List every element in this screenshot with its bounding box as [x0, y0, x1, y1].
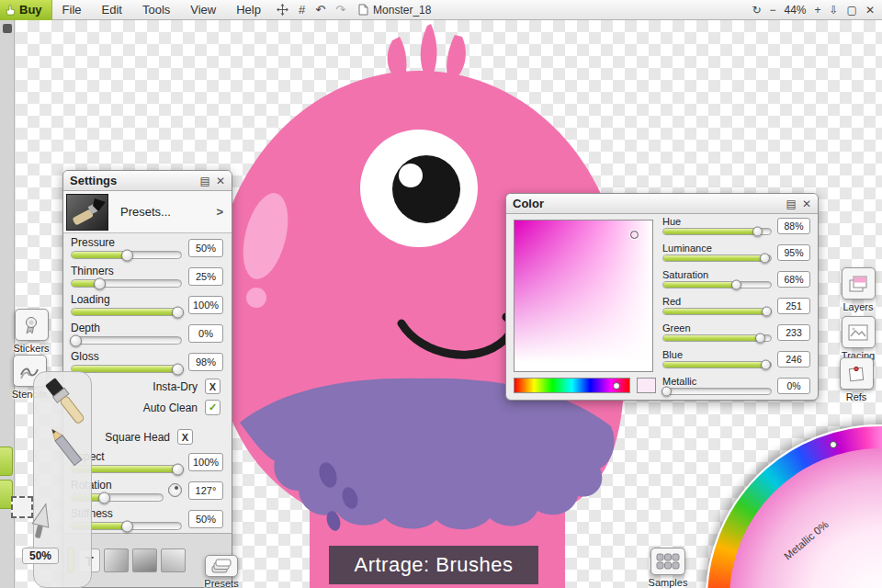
stickers-button[interactable]: [15, 309, 49, 341]
slider-knob[interactable]: [731, 280, 741, 290]
zoom-out-button[interactable]: −: [769, 4, 775, 17]
collapsed-panel-icon[interactable]: [3, 24, 12, 33]
loading-slider[interactable]: [71, 308, 182, 316]
hue-value[interactable]: 88%: [777, 218, 810, 234]
color-close-icon[interactable]: ✕: [802, 198, 811, 210]
gloss-slider[interactable]: [71, 365, 182, 373]
slider-knob[interactable]: [121, 520, 133, 532]
hue-bar[interactable]: [514, 378, 630, 393]
slider-knob[interactable]: [755, 334, 765, 344]
stiffness-value[interactable]: 50%: [188, 510, 223, 528]
slider-knob[interactable]: [662, 387, 672, 397]
palette-knife-tool[interactable]: [28, 502, 55, 542]
redo-icon[interactable]: ↷: [335, 3, 345, 17]
green-value[interactable]: 233: [777, 324, 810, 341]
slider-knob[interactable]: [70, 334, 82, 346]
rotation-dial[interactable]: [168, 483, 182, 497]
slider-knob[interactable]: [761, 360, 771, 370]
window-mode-icon[interactable]: ▢: [847, 4, 857, 17]
samples-button[interactable]: [650, 548, 685, 575]
slider-knob[interactable]: [752, 227, 763, 237]
slider-knob[interactable]: [172, 306, 184, 318]
settings-panel-header[interactable]: Settings ▤ ✕: [63, 171, 232, 191]
pressure-row: Pressure 50%: [63, 233, 232, 262]
menu-help[interactable]: Help: [226, 0, 271, 19]
document-chip[interactable]: Monster_18: [358, 4, 431, 17]
settings-close-icon[interactable]: ✕: [216, 175, 225, 187]
metallic-slider[interactable]: [662, 388, 772, 395]
hue-slider[interactable]: [662, 228, 772, 235]
slider-knob[interactable]: [98, 492, 110, 503]
slider-knob[interactable]: [172, 363, 184, 375]
pressure-slider[interactable]: [71, 251, 182, 259]
gloss-label: Gloss: [71, 350, 182, 363]
refs-button[interactable]: [840, 357, 874, 390]
panel-menu-icon[interactable]: ▤: [200, 175, 210, 187]
preset-thumbnail[interactable]: [161, 548, 186, 572]
loading-value[interactable]: 100%: [188, 296, 223, 314]
depth-slider[interactable]: [71, 336, 182, 345]
tool-size-value[interactable]: 50%: [22, 548, 59, 564]
tracing-button[interactable]: [842, 316, 876, 348]
layers-button[interactable]: [842, 267, 876, 300]
zoom-level: 44%: [784, 4, 806, 17]
menu-edit[interactable]: Edit: [92, 0, 132, 19]
color-wheel-marker[interactable]: [830, 441, 837, 448]
saturation-slider[interactable]: [662, 281, 772, 288]
artrage-app: Buy File Edit Tools View Help # ↶ ↷ Mons…: [0, 0, 882, 588]
slider-knob[interactable]: [172, 463, 184, 475]
collapsed-tool-slot[interactable]: [0, 447, 13, 476]
current-color-swatch[interactable]: [637, 378, 656, 393]
slider-knob[interactable]: [760, 254, 770, 264]
aspect-value[interactable]: 100%: [188, 453, 223, 471]
blue-value[interactable]: 246: [777, 351, 810, 368]
panel-menu-icon[interactable]: ▤: [786, 198, 797, 210]
luminance-slider[interactable]: [662, 254, 772, 262]
buy-button[interactable]: Buy: [0, 0, 52, 20]
slider-knob[interactable]: [762, 307, 772, 317]
square-head-checkbox[interactable]: X: [177, 429, 193, 445]
menu-tools[interactable]: Tools: [132, 0, 180, 19]
blue-slider[interactable]: [662, 361, 772, 368]
slider-knob[interactable]: [121, 249, 133, 261]
color-picker-cursor[interactable]: [630, 231, 639, 239]
pressure-value[interactable]: 50%: [188, 239, 223, 257]
preset-thumbnail[interactable]: [104, 548, 129, 572]
menu-view[interactable]: View: [180, 0, 226, 19]
sticker-rosette-icon: [22, 316, 40, 334]
preset-thumbnail[interactable]: [132, 548, 157, 572]
slider-knob[interactable]: [94, 277, 106, 289]
close-app-icon[interactable]: ✕: [865, 4, 875, 17]
thinners-slider[interactable]: [71, 279, 182, 288]
zoom-in-button[interactable]: +: [815, 4, 821, 17]
color-picker-square[interactable]: [514, 220, 653, 372]
pencil-tool[interactable]: [40, 423, 92, 472]
document-icon: [358, 4, 368, 16]
auto-clean-checkbox[interactable]: ✓: [205, 400, 220, 415]
menu-file[interactable]: File: [52, 0, 92, 19]
insta-dry-checkbox[interactable]: X: [205, 379, 220, 394]
saturation-value[interactable]: 68%: [777, 271, 810, 288]
green-label: Green: [662, 322, 772, 334]
grid-icon[interactable]: #: [299, 3, 305, 17]
export-icon[interactable]: ⇩: [830, 4, 839, 17]
rotation-value[interactable]: 127°: [188, 481, 223, 500]
presets-button[interactable]: [205, 555, 238, 577]
move-tool-icon[interactable]: [277, 4, 288, 16]
menubar: Buy File Edit Tools View Help # ↶ ↷ Mons…: [0, 0, 882, 20]
depth-value[interactable]: 0%: [188, 324, 223, 343]
undo-icon[interactable]: ↶: [315, 3, 325, 17]
rotate-view-icon[interactable]: ↻: [752, 4, 761, 17]
green-slider[interactable]: [662, 334, 772, 342]
red-value[interactable]: 251: [777, 298, 810, 314]
hue-bar-marker[interactable]: [613, 382, 620, 390]
red-row: Red 251: [662, 296, 810, 315]
color-panel-header[interactable]: Color ▤ ✕: [506, 194, 818, 214]
brush-presets-row[interactable]: Presets... >: [63, 191, 232, 233]
red-slider[interactable]: [662, 308, 772, 315]
luminance-value[interactable]: 95%: [777, 244, 810, 261]
gloss-value[interactable]: 98%: [188, 353, 223, 371]
color-sliders: Hue 88% Luminance 95%: [662, 216, 810, 395]
thinners-value[interactable]: 25%: [188, 267, 223, 286]
metallic-value[interactable]: 0%: [777, 378, 810, 394]
